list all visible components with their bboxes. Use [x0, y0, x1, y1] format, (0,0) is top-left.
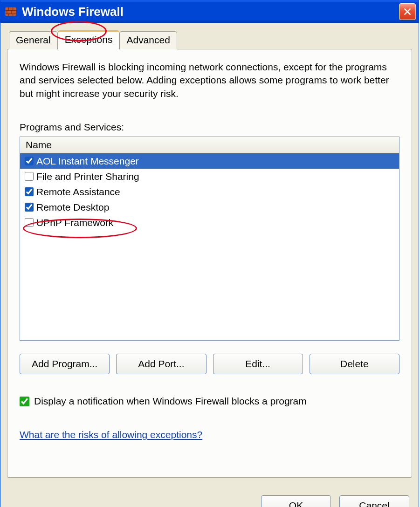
list-item[interactable]: Remote Assistance [20, 184, 399, 199]
tab-panel-exceptions: Windows Firewall is blocking incoming ne… [7, 49, 412, 478]
list-column-name[interactable]: Name [20, 137, 399, 153]
list-item[interactable]: File and Printer Sharing [20, 169, 399, 184]
add-program-button[interactable]: Add Program... [20, 354, 110, 374]
cancel-button[interactable]: Cancel [339, 495, 409, 507]
firewall-dialog: Windows Firewall General Exceptions Adva… [0, 0, 419, 507]
list-item-checkbox[interactable] [25, 172, 34, 181]
close-icon [403, 7, 412, 16]
dialog-button-bar: OK Cancel [0, 486, 419, 507]
list-item-checkbox[interactable] [25, 203, 34, 212]
title-text: Windows Firewall [22, 5, 399, 19]
panel-description: Windows Firewall is blocking incoming ne… [20, 61, 399, 100]
list-item-checkbox[interactable] [25, 187, 34, 196]
tab-exceptions[interactable]: Exceptions [58, 30, 120, 49]
list-item-label: UPnP Framework [36, 217, 113, 228]
list-item-checkbox[interactable] [25, 157, 34, 165]
dialog-client: General Exceptions Advanced Windows Fire… [0, 23, 419, 486]
list-item[interactable]: UPnP Framework [20, 215, 399, 230]
list-item-label: File and Printer Sharing [36, 171, 139, 182]
programs-services-list[interactable]: Name AOL Instant Messenger File and Prin… [20, 137, 399, 341]
tabstrip: General Exceptions Advanced [9, 30, 412, 49]
list-item-label: AOL Instant Messenger [36, 156, 139, 167]
firewall-icon [4, 5, 17, 18]
notify-checkbox[interactable] [20, 397, 29, 406]
list-item[interactable]: Remote Desktop [20, 199, 399, 215]
list-item-checkbox[interactable] [25, 218, 34, 227]
notify-row[interactable]: Display a notification when Windows Fire… [20, 396, 399, 407]
list-item[interactable]: AOL Instant Messenger [20, 153, 399, 169]
titlebar: Windows Firewall [0, 0, 419, 23]
programs-services-label: Programs and Services: [20, 122, 399, 133]
edit-button[interactable]: Edit... [213, 354, 303, 374]
close-button[interactable] [399, 3, 416, 20]
risks-link[interactable]: What are the risks of allowing exception… [20, 429, 202, 440]
add-port-button[interactable]: Add Port... [116, 354, 206, 374]
list-item-label: Remote Desktop [36, 202, 109, 213]
tab-advanced[interactable]: Advanced [119, 31, 177, 49]
delete-button[interactable]: Delete [310, 354, 399, 374]
list-item-label: Remote Assistance [36, 186, 120, 198]
notify-label: Display a notification when Windows Fire… [34, 396, 307, 407]
tab-general[interactable]: General [9, 31, 58, 49]
ok-button[interactable]: OK [261, 495, 331, 507]
list-buttons-row: Add Program... Add Port... Edit... Delet… [20, 354, 399, 374]
